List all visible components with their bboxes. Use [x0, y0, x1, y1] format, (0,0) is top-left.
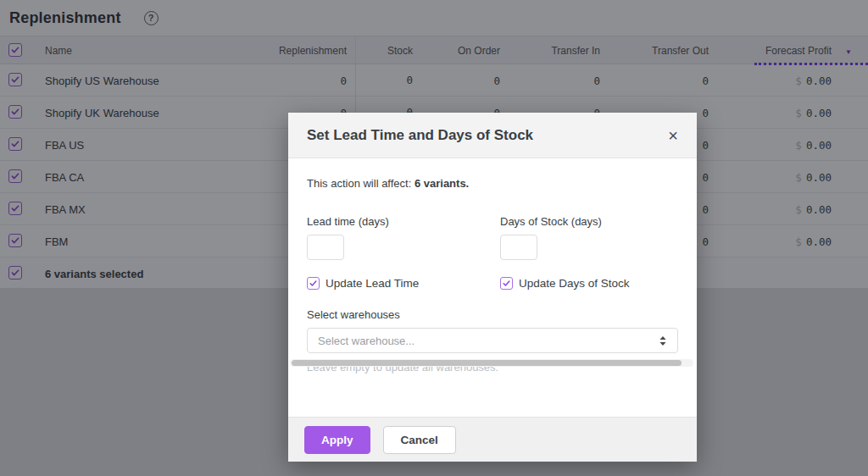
- update-lead-time-checkbox[interactable]: Update Lead Time: [307, 277, 500, 290]
- affect-prefix: This action will affect:: [307, 177, 415, 190]
- checkbox-checked-icon: [500, 277, 513, 290]
- select-warehouses-label: Select warehouses: [307, 308, 678, 321]
- modal-horizontal-scrollbar[interactable]: [290, 359, 693, 367]
- lead-time-field-group: Lead time (days): [307, 215, 500, 260]
- update-days-of-stock-label: Update Days of Stock: [519, 277, 630, 290]
- modal-header: Set Lead Time and Days of Stock ×: [288, 113, 697, 158]
- modal-title: Set Lead Time and Days of Stock: [307, 127, 533, 144]
- update-days-of-stock-checkbox[interactable]: Update Days of Stock: [500, 277, 678, 290]
- set-lead-time-modal: Set Lead Time and Days of Stock × This a…: [288, 113, 697, 462]
- scrollbar-thumb[interactable]: [292, 360, 682, 366]
- modal-footer: Apply Cancel: [288, 417, 697, 462]
- days-of-stock-field-group: Days of Stock (days): [500, 215, 678, 260]
- update-lead-time-label: Update Lead Time: [326, 277, 419, 290]
- checkbox-checked-icon: [307, 277, 320, 290]
- warehouse-select-placeholder: Select warehouse...: [318, 335, 415, 347]
- close-icon[interactable]: ×: [668, 127, 678, 144]
- affect-count: 6 variants.: [415, 177, 469, 190]
- modal-body: This action will affect: 6 variants. Lea…: [288, 158, 697, 417]
- days-of-stock-label: Days of Stock (days): [500, 215, 678, 228]
- lead-time-input[interactable]: [307, 235, 344, 260]
- warehouse-select[interactable]: Select warehouse...: [307, 328, 678, 353]
- cancel-button[interactable]: Cancel: [383, 426, 456, 454]
- affect-text: This action will affect: 6 variants.: [307, 177, 678, 190]
- lead-time-label: Lead time (days): [307, 215, 500, 228]
- select-chevrons-icon: [659, 335, 667, 346]
- apply-button[interactable]: Apply: [304, 426, 370, 454]
- days-of-stock-input[interactable]: [500, 235, 537, 260]
